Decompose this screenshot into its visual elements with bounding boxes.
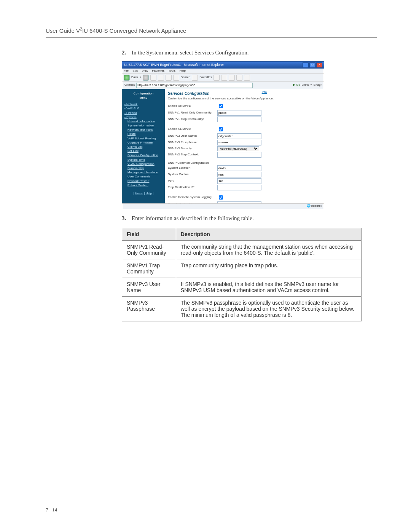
step-num: 3. bbox=[122, 215, 132, 222]
stop-icon[interactable] bbox=[150, 75, 156, 81]
menu-favorites[interactable]: Favorites bbox=[152, 69, 165, 72]
cell-field: SNMPv3 Passphrase bbox=[122, 296, 176, 321]
minimize-button[interactable]: – bbox=[303, 62, 309, 68]
favorites-label[interactable]: Favorites bbox=[199, 76, 212, 79]
lbl-port: Port: bbox=[168, 179, 217, 183]
cell-field: SNMPv3 User Name bbox=[122, 278, 176, 296]
lbl-trap-dest: Trap Destination IP: bbox=[168, 186, 217, 189]
close-button[interactable]: × bbox=[316, 62, 322, 68]
search-icon[interactable] bbox=[173, 75, 179, 81]
ie-statusbar: 🌐 Internet bbox=[122, 203, 324, 209]
favorites-icon[interactable] bbox=[192, 75, 198, 81]
input-syslog-host[interactable] bbox=[217, 201, 261, 203]
back-icon[interactable] bbox=[124, 75, 130, 81]
table-row: SNMPv1 Read-Only Community The community… bbox=[122, 240, 362, 259]
print-icon[interactable] bbox=[229, 75, 235, 81]
go-button[interactable]: ▶ Go bbox=[293, 83, 300, 87]
sidebar-item-firewall[interactable]: Firewall bbox=[124, 111, 162, 115]
menu-tools[interactable]: Tools bbox=[169, 69, 176, 72]
forward-icon[interactable] bbox=[143, 75, 149, 81]
sidebar-sub-user-cmds[interactable]: User Commands bbox=[127, 174, 162, 179]
sidebar-sub-network-info[interactable]: Network Information bbox=[127, 119, 162, 123]
maximize-button[interactable]: □ bbox=[309, 62, 315, 68]
sidebar-item-system[interactable]: System bbox=[124, 115, 162, 119]
messenger-icon[interactable] bbox=[244, 75, 250, 81]
th-description: Description bbox=[176, 228, 361, 240]
chk-enable-snmpv3[interactable] bbox=[219, 127, 223, 131]
menu-file[interactable]: File bbox=[124, 69, 129, 72]
config-sidebar: ConfigurationMenu Network VoIP ALG Firew… bbox=[122, 89, 165, 203]
input-snmpv3-user[interactable] bbox=[217, 133, 261, 139]
header-rule bbox=[46, 37, 377, 38]
cell-desc: The community string that the management… bbox=[176, 240, 361, 259]
address-input[interactable] bbox=[136, 83, 253, 88]
links-label[interactable]: Links bbox=[302, 83, 309, 87]
input-port[interactable] bbox=[217, 178, 261, 184]
sidebar-sub-services[interactable]: Services Configuration bbox=[127, 153, 162, 157]
page-number: 7 - 14 bbox=[46, 507, 57, 513]
sidebar-item-network[interactable]: Network bbox=[124, 102, 162, 106]
description-table: Field Description SNMPv1 Read-Only Commu… bbox=[122, 228, 362, 321]
lbl-snmpv1-trap: SNMPv1 Trap Community: bbox=[168, 118, 217, 121]
sidebar-sub-upgrade[interactable]: Upgrade Firmware bbox=[127, 141, 162, 145]
input-snmpv1-trap[interactable] bbox=[217, 117, 261, 122]
main-panel: Info Services Configuration Customize th… bbox=[165, 89, 324, 203]
sidebar-sub-clients[interactable]: Clients List bbox=[127, 145, 162, 149]
sidebar-help-link[interactable]: Help bbox=[146, 192, 152, 195]
input-sys-loc[interactable] bbox=[217, 165, 261, 171]
menu-view[interactable]: View bbox=[142, 69, 148, 72]
lbl-enable-snmpv1: Enable SNMPv1: bbox=[168, 104, 217, 108]
sidebar-item-voip-alg[interactable]: VoIP ALG bbox=[124, 106, 162, 110]
table-row: SNMPv1 Trap Community Trap community str… bbox=[122, 259, 362, 278]
mail-icon[interactable] bbox=[221, 75, 227, 81]
header-prefix: User Guide V bbox=[46, 27, 80, 34]
sidebar-sub-survivability[interactable]: Survivability bbox=[127, 166, 162, 170]
page-header: User Guide V2IU 6400-S Converged Network… bbox=[46, 27, 377, 37]
snagit-button[interactable]: SnagIt bbox=[314, 83, 322, 87]
lbl-syslog-host: Remote Syslog Host: bbox=[168, 203, 217, 203]
step-num: 2. bbox=[122, 50, 132, 56]
history-icon[interactable] bbox=[213, 75, 220, 81]
menu-edit[interactable]: Edit bbox=[132, 69, 138, 72]
table-row: SNMPv3 User Name If SNMPv3 is enabled, t… bbox=[122, 278, 362, 296]
sidebar-sub-vlan[interactable]: VLAN Configuration bbox=[127, 162, 162, 166]
chk-enable-snmpv1[interactable] bbox=[219, 104, 223, 108]
links-chevron-icon: » bbox=[310, 83, 312, 87]
edit-icon[interactable] bbox=[236, 75, 242, 81]
menu-help[interactable]: Help bbox=[180, 69, 186, 72]
sidebar-sub-net-restart[interactable]: Network Restart bbox=[127, 179, 162, 183]
th-field: Field bbox=[122, 228, 176, 240]
sidebar-sub-system-time[interactable]: System Time bbox=[127, 158, 162, 162]
input-trap-dest[interactable] bbox=[217, 185, 261, 190]
info-link[interactable]: Info bbox=[262, 91, 267, 94]
sidebar-sub-route[interactable]: Route bbox=[127, 132, 162, 136]
input-sys-contact[interactable] bbox=[217, 172, 261, 177]
input-snmpv3-ctx[interactable] bbox=[217, 152, 261, 158]
select-snmpv3-sec[interactable]: AuthPriv(MD5/DES) bbox=[217, 146, 259, 151]
window-buttons: – □ × bbox=[303, 62, 322, 68]
window-title: 64.52.177.5 NGT-EWN-EdgeProtect1 - Micro… bbox=[124, 63, 224, 67]
refresh-icon[interactable] bbox=[158, 75, 164, 81]
sidebar-sub-mgmt[interactable]: Management Interface bbox=[127, 170, 162, 174]
sidebar-sub-net-test[interactable]: Network Test Tools bbox=[127, 128, 162, 132]
ie-titlebar: 64.52.177.5 NGT-EWN-EdgeProtect1 - Micro… bbox=[122, 62, 324, 69]
sidebar-sub-voip-subnet[interactable]: VoIP Subnet Routing bbox=[127, 136, 162, 141]
back-label[interactable]: Back bbox=[131, 76, 138, 79]
sidebar-sub-set-link[interactable]: Set Link bbox=[127, 149, 162, 153]
home-icon[interactable] bbox=[166, 75, 172, 81]
chk-remote-log[interactable] bbox=[219, 195, 223, 200]
cell-desc: If SNMPv3 is enabled, this field defines… bbox=[176, 278, 361, 296]
lbl-snmpv3-user: SNMPv3 User Name: bbox=[168, 134, 217, 138]
lbl-sys-contact: System Contact: bbox=[168, 173, 217, 176]
lbl-enable-snmpv3: Enable SNMPv3: bbox=[168, 128, 217, 131]
sidebar-sub-system-info[interactable]: System Information bbox=[127, 123, 162, 128]
sidebar-sub-reboot[interactable]: Reboot System bbox=[127, 183, 162, 187]
panel-intro: Customize the configuration of the servi… bbox=[168, 97, 321, 101]
input-snmpv1-ro[interactable] bbox=[217, 110, 261, 116]
search-label[interactable]: Search bbox=[181, 76, 190, 79]
sidebar-home-link[interactable]: Home bbox=[135, 192, 143, 195]
ie-toolbar: Back ▾ Search Favorites bbox=[122, 74, 324, 82]
cell-field: SNMPv1 Trap Community bbox=[122, 259, 176, 278]
input-snmpv3-pass[interactable] bbox=[217, 140, 261, 145]
sidebar-title: ConfigurationMenu bbox=[124, 91, 162, 100]
